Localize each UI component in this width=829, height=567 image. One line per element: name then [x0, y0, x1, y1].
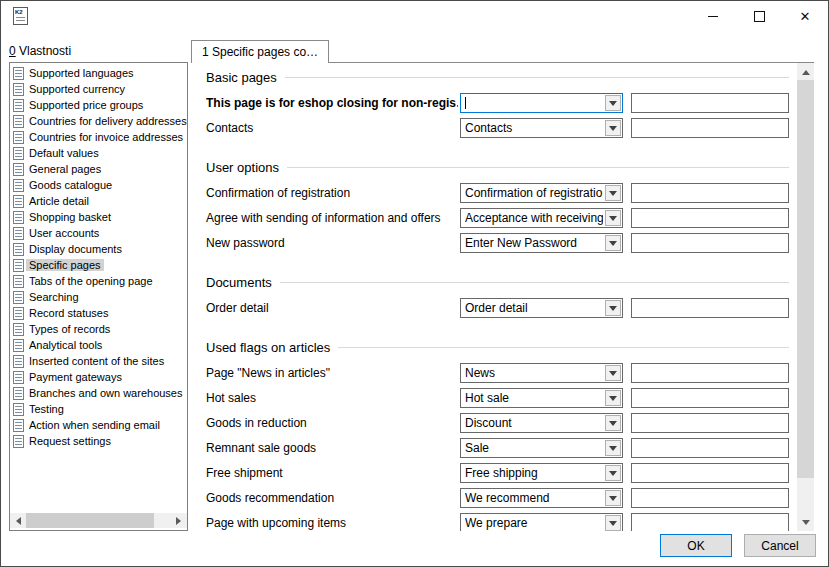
page-icon	[13, 259, 24, 272]
sidebar-item-label: Inserted content of the sites	[26, 355, 167, 367]
form-row: Goods recommendationWe recommend	[206, 488, 789, 508]
combo-box[interactable]: Acceptance with receiving N	[460, 208, 623, 228]
text-field[interactable]	[631, 233, 789, 253]
sidebar-item[interactable]: Action when sending email	[10, 417, 187, 433]
group-title-text: User options	[206, 160, 279, 175]
maximize-icon	[754, 11, 765, 22]
sidebar-item[interactable]: Request settings	[10, 433, 187, 449]
text-field[interactable]	[631, 363, 789, 383]
scroll-left-button[interactable]	[10, 513, 25, 528]
combo-box[interactable]: Order detail	[460, 298, 623, 318]
sidebar-list[interactable]: Supported languagesSupported currencySup…	[9, 62, 188, 531]
sidebar-item[interactable]: Supported currency	[10, 81, 187, 97]
combo-box[interactable]: We recommend	[460, 488, 623, 508]
sidebar-item[interactable]: Inserted content of the sites	[10, 353, 187, 369]
sidebar-item[interactable]: Analytical tools	[10, 337, 187, 353]
dialog-window: K2 ✕ 0 Vlastnosti Supported languagesSup…	[0, 0, 829, 567]
combo-box[interactable]: Discount	[460, 413, 623, 433]
sidebar-item[interactable]: General pages	[10, 161, 187, 177]
chevron-down-icon	[609, 396, 617, 405]
sidebar-item[interactable]: Record statuses	[10, 305, 187, 321]
text-field[interactable]	[631, 118, 789, 138]
content-vertical-scrollbar[interactable]	[797, 63, 814, 531]
text-field[interactable]	[631, 208, 789, 228]
ok-button[interactable]: OK	[660, 534, 732, 557]
sidebar-item[interactable]: Types of records	[10, 321, 187, 337]
combo-value: Sale	[465, 441, 603, 455]
dropdown-arrow-button[interactable]	[605, 465, 621, 481]
scroll-up-button[interactable]	[797, 63, 814, 79]
dropdown-arrow-button[interactable]	[605, 415, 621, 431]
dropdown-arrow-button[interactable]	[605, 95, 621, 111]
text-field[interactable]	[631, 298, 789, 318]
dropdown-arrow-button[interactable]	[605, 390, 621, 406]
sidebar-item[interactable]: Tabs of the opening page	[10, 273, 187, 289]
dropdown-arrow-button[interactable]	[605, 365, 621, 381]
combo-box[interactable]: Sale	[460, 438, 623, 458]
sidebar-item[interactable]: User accounts	[10, 225, 187, 241]
maximize-button[interactable]	[736, 1, 782, 32]
row-label: Agree with sending of information and of…	[206, 211, 458, 225]
combo-box[interactable]: Contacts	[460, 118, 623, 138]
dropdown-arrow-button[interactable]	[605, 490, 621, 506]
minimize-button[interactable]	[690, 1, 736, 32]
sidebar-label-accel: 0	[9, 44, 16, 58]
dropdown-arrow-button[interactable]	[605, 120, 621, 136]
combo-box[interactable]: Confirmation of registration	[460, 183, 623, 203]
dropdown-arrow-button[interactable]	[605, 210, 621, 226]
sidebar-horizontal-scrollbar[interactable]	[10, 513, 187, 528]
cancel-button[interactable]: Cancel	[744, 534, 816, 557]
text-field[interactable]	[631, 413, 789, 433]
horizontal-scroll-thumb[interactable]	[26, 513, 154, 528]
sidebar-item[interactable]: Countries for delivery addresses	[10, 113, 187, 129]
combo-box[interactable]	[460, 93, 623, 113]
form-row: Order detailOrder detail	[206, 298, 789, 318]
sidebar-item[interactable]: Specific pages	[10, 257, 187, 273]
sidebar-item[interactable]: Default values	[10, 145, 187, 161]
combo-box[interactable]: We prepare	[460, 513, 623, 531]
close-button[interactable]: ✕	[782, 1, 828, 32]
sidebar-item-label: Branches and own warehouses	[26, 387, 185, 399]
text-field[interactable]	[631, 438, 789, 458]
text-field[interactable]	[631, 93, 789, 113]
vertical-scroll-thumb[interactable]	[797, 80, 814, 478]
combo-box[interactable]: Free shipping	[460, 463, 623, 483]
text-field[interactable]	[631, 183, 789, 203]
dropdown-arrow-button[interactable]	[605, 185, 621, 201]
page-icon	[13, 419, 24, 432]
sidebar-item-label: User accounts	[26, 227, 102, 239]
sidebar-item[interactable]: Article detail	[10, 193, 187, 209]
dropdown-arrow-button[interactable]	[605, 300, 621, 316]
dropdown-arrow-button[interactable]	[605, 515, 621, 531]
sidebar-item[interactable]: Testing	[10, 401, 187, 417]
sidebar-item-label: Shopping basket	[26, 211, 114, 223]
form-row: Hot salesHot sale	[206, 388, 789, 408]
text-field[interactable]	[631, 463, 789, 483]
tab-specific-pages[interactable]: 1 Specific pages co…	[191, 40, 329, 63]
sidebar-item-label: Specific pages	[26, 259, 104, 271]
text-field[interactable]	[631, 488, 789, 508]
combo-box[interactable]: Enter New Password	[460, 233, 623, 253]
row-label: Page with upcoming items	[206, 516, 458, 530]
sidebar-item[interactable]: Searching	[10, 289, 187, 305]
sidebar-item-label: Supported languages	[26, 67, 137, 79]
combo-value: News	[465, 366, 603, 380]
sidebar-item[interactable]: Goods catalogue	[10, 177, 187, 193]
page-icon	[13, 243, 24, 256]
combo-box[interactable]: News	[460, 363, 623, 383]
sidebar-item-label: Countries for invoice addresses	[26, 131, 186, 143]
sidebar-item[interactable]: Countries for invoice addresses	[10, 129, 187, 145]
sidebar-item[interactable]: Supported price groups	[10, 97, 187, 113]
dropdown-arrow-button[interactable]	[605, 440, 621, 456]
sidebar-item[interactable]: Supported languages	[10, 65, 187, 81]
sidebar-item[interactable]: Shopping basket	[10, 209, 187, 225]
sidebar-item[interactable]: Display documents	[10, 241, 187, 257]
sidebar-item[interactable]: Payment gateways	[10, 369, 187, 385]
text-field[interactable]	[631, 513, 789, 531]
text-field[interactable]	[631, 388, 789, 408]
scroll-down-button[interactable]	[797, 515, 814, 531]
dropdown-arrow-button[interactable]	[605, 235, 621, 251]
scroll-right-button[interactable]	[172, 513, 187, 528]
combo-box[interactable]: Hot sale	[460, 388, 623, 408]
sidebar-item[interactable]: Branches and own warehouses	[10, 385, 187, 401]
